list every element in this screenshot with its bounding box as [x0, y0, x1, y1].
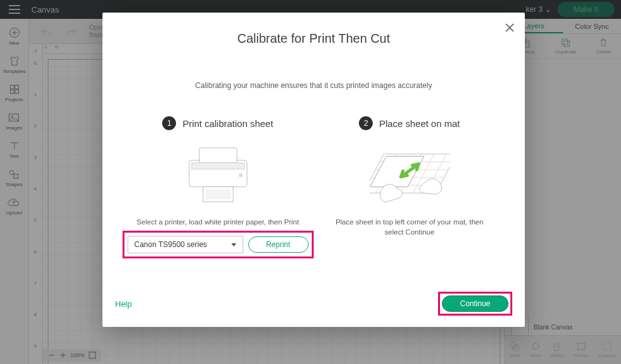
step-2-badge: 2 [359, 116, 373, 130]
reprint-button[interactable]: Reprint [248, 236, 309, 253]
step-2: 2 Place sheet on mat [317, 116, 502, 253]
step-1-badge: 1 [162, 116, 176, 130]
modal-subtitle: Calibrating your machine ensures that it… [125, 81, 502, 90]
help-link[interactable]: Help [115, 299, 132, 309]
modal-title: Calibrate for Print Then Cut [125, 31, 502, 46]
calibration-modal: Calibrate for Print Then Cut Calibrating… [102, 13, 525, 327]
printer-icon [178, 139, 258, 208]
mat-illustration [370, 139, 450, 208]
step-1: 1 Print calibration sheet Select a print… [125, 116, 310, 253]
step-2-heading: Place sheet on mat [379, 118, 459, 129]
caret-down-icon [231, 243, 236, 246]
printer-select[interactable]: Canon TS9500 series [128, 236, 243, 253]
svg-rect-20 [192, 163, 245, 169]
svg-rect-22 [206, 189, 231, 199]
printer-select-value: Canon TS9500 series [135, 240, 207, 249]
step-1-desc: Select a printer, load white printer pap… [136, 217, 299, 227]
close-icon [505, 23, 514, 32]
printer-illustration [178, 139, 258, 208]
step-1-heading: Print calibration sheet [182, 118, 273, 129]
mat-icon [370, 139, 450, 208]
close-button[interactable] [503, 21, 516, 34]
continue-button[interactable]: Continue [442, 295, 508, 312]
step-2-desc: Place sheet in top left corner of your m… [336, 217, 483, 237]
svg-rect-19 [199, 148, 237, 163]
svg-point-23 [239, 174, 243, 177]
